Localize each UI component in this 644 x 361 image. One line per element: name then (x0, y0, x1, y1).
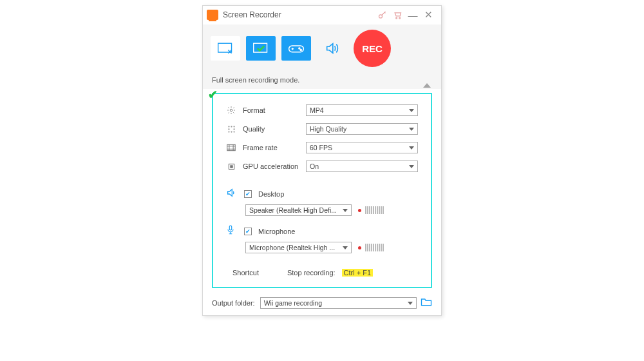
collapse-toggle-icon[interactable] (423, 83, 431, 88)
panel-check-icon: ✔ (208, 88, 218, 102)
shortcut-row: Shortcut Stop recording: Ctrl + F1 (226, 269, 418, 277)
format-row: Format MP4 (226, 104, 418, 116)
svg-point-8 (230, 109, 232, 112)
record-button[interactable]: REC (354, 30, 391, 67)
svg-point-13 (233, 128, 234, 130)
svg-point-7 (300, 49, 301, 50)
mode-description: Full screen recording mode. (203, 72, 441, 89)
close-button[interactable]: ✕ (421, 8, 436, 21)
titlebar: Screen Recorder — ✕ (203, 6, 441, 24)
svg-point-11 (233, 126, 234, 127)
svg-point-0 (379, 14, 382, 17)
gpu-label: GPU acceleration (243, 162, 306, 170)
desktop-device-select[interactable]: Speaker (Realtek High Defi... (245, 204, 352, 216)
grid-icon (226, 124, 236, 134)
mode-description-text: Full screen recording mode. (212, 76, 299, 84)
mode-audio-button[interactable] (317, 36, 346, 61)
window-title: Screen Recorder (223, 10, 281, 19)
svg-point-2 (399, 17, 400, 18)
output-label: Output folder: (212, 299, 255, 307)
film-icon (226, 142, 236, 153)
quality-row: Quality High Quality (226, 123, 418, 135)
microphone-icon (226, 225, 238, 237)
shortcut-heading: Shortcut (232, 269, 259, 277)
gpu-row: GPU acceleration On (226, 161, 418, 172)
chip-icon (226, 161, 236, 171)
format-select[interactable]: MP4 (306, 104, 418, 116)
svg-rect-20 (229, 226, 231, 230)
gear-icon (226, 105, 236, 115)
mode-toolbar: REC (203, 24, 441, 72)
framerate-row: Frame rate 60 FPS (226, 142, 418, 153)
key-icon[interactable] (374, 8, 390, 21)
desktop-audio-block: ✔ Desktop Speaker (Realtek High Defi... (226, 188, 418, 216)
desktop-audio-label: Desktop (258, 190, 284, 198)
svg-point-15 (231, 131, 232, 132)
framerate-label: Frame rate (243, 144, 306, 151)
mic-audio-label: Microphone (258, 228, 295, 235)
svg-point-6 (299, 48, 300, 49)
mic-audio-block: ✔ Microphone Microphone (Realtek High ..… (226, 225, 418, 253)
svg-rect-17 (227, 144, 235, 150)
mode-region-button[interactable] (211, 36, 240, 61)
shortcut-hotkey: Ctrl + F1 (342, 269, 373, 277)
record-dot-icon (358, 246, 361, 249)
open-folder-button[interactable] (421, 297, 432, 309)
svg-point-9 (228, 126, 229, 127)
mic-device-select[interactable]: Microphone (Realtek High ... (245, 242, 352, 253)
desktop-level-meter (358, 206, 384, 214)
mode-fullscreen-button[interactable] (246, 36, 276, 61)
svg-rect-19 (230, 165, 232, 167)
quality-select[interactable]: High Quality (306, 123, 418, 135)
minimize-button[interactable]: — (405, 8, 421, 21)
svg-point-1 (395, 17, 397, 18)
desktop-audio-checkbox[interactable]: ✔ (244, 190, 252, 198)
record-dot-icon (358, 209, 361, 212)
svg-point-14 (228, 131, 229, 132)
svg-point-16 (233, 131, 234, 132)
svg-point-10 (231, 126, 232, 127)
quality-label: Quality (243, 125, 306, 133)
mic-level-meter (358, 244, 384, 251)
output-row: Output folder: Wii game recording (203, 295, 441, 315)
screen-recorder-window: Screen Recorder — ✕ REC Full screen reco… (202, 5, 442, 316)
format-label: Format (243, 106, 306, 114)
cart-icon[interactable] (390, 8, 405, 21)
speaker-icon (226, 188, 238, 200)
settings-panel: ✔ Format MP4 Quality High Quality Frame … (212, 93, 432, 288)
mode-game-button[interactable] (281, 36, 311, 61)
gpu-select[interactable]: On (306, 161, 418, 172)
shortcut-stop-label: Stop recording: (287, 269, 336, 277)
app-icon (207, 10, 218, 20)
mic-audio-checkbox[interactable]: ✔ (244, 228, 252, 235)
framerate-select[interactable]: 60 FPS (306, 142, 418, 153)
output-folder-select[interactable]: Wii game recording (260, 297, 417, 309)
svg-point-12 (228, 128, 229, 130)
